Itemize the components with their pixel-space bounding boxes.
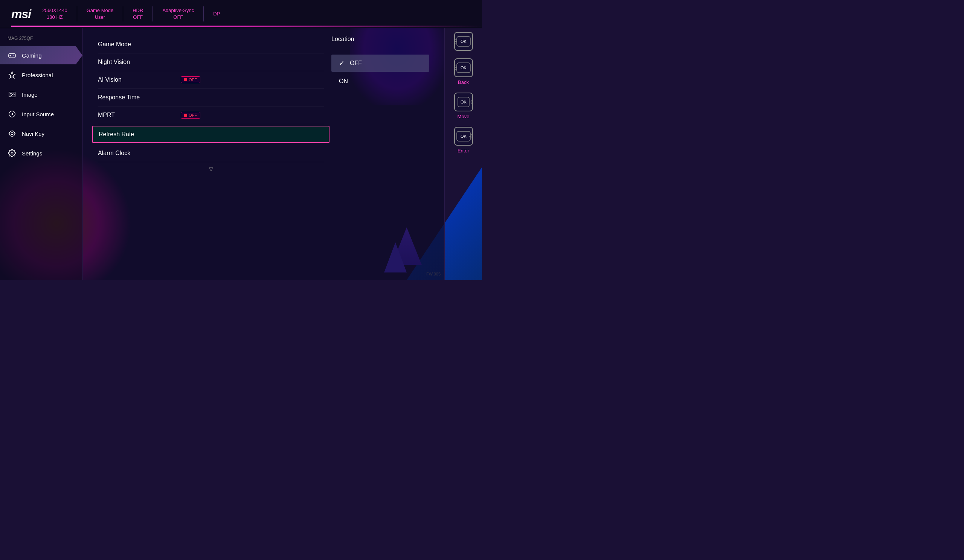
header-stat-adaptive: Adaptive-Sync OFF (162, 7, 194, 21)
ai-vision-toggle-value: OFF (189, 78, 197, 82)
enter-label: Enter (458, 148, 469, 154)
sidebar-item-navi-key-label: Navi Key (22, 131, 44, 137)
svg-text:OK: OK (461, 39, 467, 44)
svg-point-4 (13, 55, 14, 56)
alarm-clock-label: Alarm Clock (98, 150, 173, 157)
divider-4 (204, 6, 204, 21)
sidebar-item-professional-label: Professional (22, 72, 53, 78)
input-source-icon (8, 110, 16, 118)
header-stat-input: DP (213, 11, 220, 17)
sidebar-item-navi-key[interactable]: Navi Key (0, 125, 83, 143)
divider-1 (77, 6, 77, 21)
sidebar-item-settings-label: Settings (22, 150, 42, 157)
sidebar-item-gaming-label: Gaming (22, 52, 42, 59)
mprt-toggle-value: OFF (189, 113, 197, 117)
ai-vision-toggle[interactable]: OFF (181, 76, 200, 83)
night-vision-label: Night Vision (98, 59, 173, 65)
scroll-indicator: ▽ (98, 162, 324, 176)
menu-item-mprt[interactable]: MPRT OFF (98, 107, 324, 124)
header-stat-hdr-value: OFF (132, 14, 143, 21)
sidebar-item-image-label: Image (22, 91, 37, 98)
ok-top-icon[interactable]: OK (454, 32, 473, 51)
location-off-label: OFF (350, 60, 362, 67)
header-stat-hdr: HDR OFF (132, 7, 143, 21)
back-label: Back (458, 80, 469, 85)
image-icon (8, 90, 16, 99)
mprt-label: MPRT (98, 112, 173, 118)
sidebar-item-professional[interactable]: Professional (0, 66, 83, 84)
sidebar: MAG 275QF Gaming (0, 28, 83, 280)
divider-3 (153, 6, 153, 21)
control-back[interactable]: OK Back (454, 58, 473, 85)
move-label: Move (458, 114, 470, 119)
location-on-label: ON (339, 78, 348, 84)
right-controls: OK OK Back (445, 28, 482, 280)
svg-point-6 (10, 93, 11, 94)
location-option-off[interactable]: ✓ OFF (331, 55, 429, 72)
svg-rect-26 (471, 134, 472, 138)
svg-point-8 (10, 131, 15, 136)
svg-point-14 (11, 152, 13, 154)
msi-logo: msi (11, 7, 31, 21)
menu-item-game-mode[interactable]: Game Mode (98, 36, 324, 54)
sidebar-item-settings[interactable]: Settings (0, 144, 83, 162)
mprt-toggle-indicator (184, 114, 187, 117)
control-enter[interactable]: OK Enter (454, 127, 473, 154)
header-stat-hdr-label: HDR (132, 7, 143, 14)
back-icon[interactable]: OK (454, 58, 473, 77)
menu-item-refresh-rate[interactable]: Refresh Rate (92, 126, 329, 143)
header-stat-adaptive-label: Adaptive-Sync (162, 7, 194, 14)
control-ok-top[interactable]: OK (454, 32, 473, 51)
sidebar-item-gaming[interactable]: Gaming (0, 46, 83, 64)
divider-2 (123, 6, 123, 21)
sidebar-item-input-source[interactable]: Input Source (0, 105, 83, 123)
svg-text:OK: OK (461, 100, 467, 104)
header-stat-gamemode-value: User (86, 14, 114, 21)
svg-text:OK: OK (461, 65, 467, 70)
enter-icon[interactable]: OK (454, 127, 473, 146)
value-column: Location ✓ OFF ON (324, 36, 429, 273)
menu-item-alarm-clock[interactable]: Alarm Clock (98, 144, 324, 162)
svg-rect-23 (471, 100, 472, 104)
navi-key-icon (8, 129, 16, 138)
ai-vision-label: AI Vision (98, 76, 173, 83)
menu-item-ai-vision[interactable]: AI Vision OFF (98, 71, 324, 89)
menu-item-night-vision[interactable]: Night Vision (98, 54, 324, 71)
control-move[interactable]: OK Move (454, 93, 473, 119)
svg-text:OK: OK (461, 134, 467, 138)
monitor-label: MAG 275QF (0, 34, 83, 45)
header-stat-resolution: 2560X1440 180 HZ (42, 7, 67, 21)
menu-column: Game Mode Night Vision AI Vision OFF (98, 36, 324, 273)
response-time-label: Response Time (98, 94, 173, 101)
professional-icon (8, 70, 16, 80)
header-stat-gamemode: Game Mode User (86, 7, 114, 21)
header-accent-bar (11, 26, 482, 27)
location-header: Location (331, 36, 429, 48)
settings-icon (8, 149, 16, 158)
main-panel: Game Mode Night Vision AI Vision OFF (83, 28, 445, 280)
svg-point-9 (11, 133, 13, 135)
header-stat-gamemode-label: Game Mode (86, 7, 114, 14)
sidebar-item-image[interactable]: Image (0, 85, 83, 104)
svg-point-3 (13, 55, 13, 55)
gaming-icon (8, 51, 16, 60)
header-stat-adaptive-value: OFF (162, 14, 194, 21)
game-mode-label: Game Mode (98, 41, 173, 48)
mprt-toggle[interactable]: OFF (181, 112, 200, 118)
move-icon[interactable]: OK (454, 93, 473, 111)
sidebar-item-input-source-label: Input Source (22, 111, 54, 117)
location-option-on[interactable]: ON (331, 73, 429, 89)
header: msi 2560X1440 180 HZ Game Mode User HDR … (0, 0, 482, 28)
checkmark-icon: ✓ (339, 59, 345, 67)
menu-item-response-time[interactable]: Response Time (98, 89, 324, 107)
refresh-rate-label: Refresh Rate (99, 131, 174, 138)
ai-vision-toggle-indicator (184, 78, 187, 81)
